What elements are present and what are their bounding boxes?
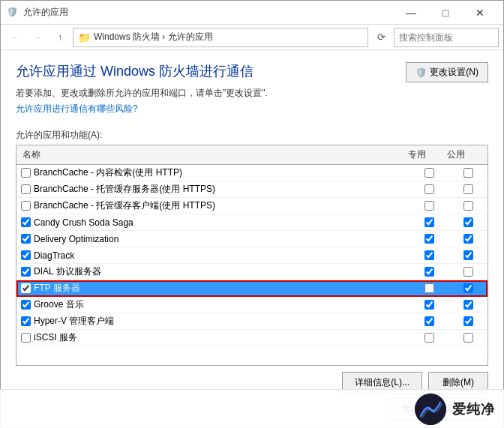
public-checkbox[interactable] <box>464 201 473 211</box>
private-checkbox[interactable] <box>424 300 434 310</box>
public-checkbox[interactable] <box>464 283 473 293</box>
table-row[interactable]: Groove 音乐 <box>16 297 488 313</box>
row-name-checkbox[interactable] <box>21 283 31 293</box>
up-button[interactable]: ↑ <box>50 28 70 47</box>
ftp-server-row[interactable]: FTP 服务器 <box>16 280 488 297</box>
row-name-checkbox[interactable] <box>21 250 31 260</box>
watermark-logo: 爱纯净 <box>415 394 495 425</box>
row-name: Delivery Optimization <box>16 234 410 244</box>
row-name-checkbox[interactable] <box>21 217 31 227</box>
row-name-checkbox[interactable] <box>21 201 31 211</box>
private-cell <box>410 234 448 244</box>
public-checkbox[interactable] <box>464 184 473 194</box>
table-row[interactable]: BranchCache - 托管缓存服务器(使用 HTTPS) <box>16 181 488 198</box>
private-cell <box>410 201 448 211</box>
table-row[interactable]: BranchCache - 托管缓存客户端(使用 HTTPS) <box>16 198 488 214</box>
private-checkbox[interactable] <box>424 250 434 260</box>
table-row[interactable]: DiagTrack <box>16 247 488 264</box>
private-checkbox[interactable] <box>424 184 434 194</box>
row-label: iSCSI 服务 <box>34 331 77 344</box>
row-name-checkbox[interactable] <box>21 333 31 343</box>
row-name: Groove 音乐 <box>16 298 410 311</box>
window-icon: 🛡️ <box>7 7 19 19</box>
maximize-button[interactable]: □ <box>428 1 463 25</box>
settings-icon: 🛡️ <box>416 67 427 78</box>
private-checkbox[interactable] <box>424 283 434 293</box>
table-row[interactable]: Candy Crush Soda Saga <box>16 214 488 231</box>
table-row[interactable]: iSCSI 服务 <box>16 330 488 346</box>
row-label: DIAL 协议服务器 <box>34 265 101 278</box>
public-checkbox[interactable] <box>464 316 473 326</box>
private-checkbox[interactable] <box>424 201 434 211</box>
public-checkbox[interactable] <box>464 168 473 178</box>
public-checkbox[interactable] <box>464 250 473 260</box>
table-row[interactable]: BranchCache - 内容检索(使用 HTTP) <box>16 165 488 181</box>
row-label: BranchCache - 托管缓存服务器(使用 HTTPS) <box>34 183 215 196</box>
col-name-header: 名称 <box>16 148 398 161</box>
private-checkbox[interactable] <box>424 267 434 277</box>
address-bar: ← → ↑ 📁 Windows 防火墙 › 允许的应用 ⟳ 🔍 <box>1 25 503 50</box>
public-cell <box>448 250 488 260</box>
private-checkbox[interactable] <box>424 217 434 227</box>
close-button[interactable]: ✕ <box>463 1 497 25</box>
row-name-checkbox[interactable] <box>21 168 31 178</box>
private-cell <box>410 300 448 310</box>
private-cell <box>410 250 448 260</box>
public-cell <box>448 168 488 178</box>
public-cell <box>448 234 488 244</box>
minimize-button[interactable]: — <box>394 1 428 25</box>
change-settings-button[interactable]: 🛡️ 更改设置(N) <box>406 62 488 82</box>
public-cell <box>448 184 488 194</box>
row-label: Hyper-V 管理客户端 <box>34 315 114 328</box>
back-button[interactable]: ← <box>5 28 25 47</box>
public-checkbox[interactable] <box>464 267 473 277</box>
watermark: 爱纯净 <box>0 389 504 428</box>
main-content: 允许应用通过 Windows 防火墙进行通信 若要添加、更改或删除所允许的应用和… <box>1 50 503 427</box>
row-label: BranchCache - 内容检索(使用 HTTP) <box>34 166 182 179</box>
title-bar: 🛡️ 允许的应用 — □ ✕ <box>1 1 503 25</box>
col-private-header: 专用 <box>398 148 436 161</box>
private-cell <box>410 267 448 277</box>
row-label: BranchCache - 托管缓存客户端(使用 HTTPS) <box>34 199 215 212</box>
public-cell <box>448 333 488 343</box>
row-name-checkbox[interactable] <box>21 300 31 310</box>
watermark-circle <box>415 394 446 425</box>
public-cell <box>448 283 488 293</box>
public-checkbox[interactable] <box>464 234 473 244</box>
row-name-checkbox[interactable] <box>21 234 31 244</box>
row-name: Hyper-V 管理客户端 <box>16 315 410 328</box>
row-name: DIAL 协议服务器 <box>16 265 410 278</box>
row-name-checkbox[interactable] <box>21 316 31 326</box>
row-name: BranchCache - 托管缓存服务器(使用 HTTPS) <box>16 183 410 196</box>
private-checkbox[interactable] <box>424 234 434 244</box>
address-path[interactable]: 📁 Windows 防火墙 › 允许的应用 <box>73 28 368 47</box>
window-title: 允许的应用 <box>23 6 394 19</box>
apps-label: 允许的应用和功能(A): <box>16 129 488 142</box>
apps-table: 名称 专用 公用 BranchCache - 内容检索(使用 HTTP) <box>16 145 488 366</box>
row-label: Candy Crush Soda Saga <box>34 217 134 228</box>
row-label: DiagTrack <box>34 250 74 261</box>
search-box: 🔍 <box>394 28 499 47</box>
private-checkbox[interactable] <box>424 316 434 326</box>
table-row[interactable]: Hyper-V 管理客户端 <box>16 313 488 330</box>
row-name-checkbox[interactable] <box>21 184 31 194</box>
risk-link[interactable]: 允许应用进行通信有哪些风险? <box>16 103 138 115</box>
table-row[interactable]: DIAL 协议服务器 <box>16 264 488 280</box>
row-name: FTP 服务器 <box>16 282 410 295</box>
public-checkbox[interactable] <box>464 333 473 343</box>
private-checkbox[interactable] <box>424 168 434 178</box>
public-cell <box>448 267 488 277</box>
row-name-checkbox[interactable] <box>21 267 31 277</box>
breadcrumb-text: Windows 防火墙 › 允许的应用 <box>94 31 213 43</box>
forward-button[interactable]: → <box>28 28 47 47</box>
search-input[interactable] <box>399 32 504 43</box>
public-cell <box>448 316 488 326</box>
private-checkbox[interactable] <box>424 333 434 343</box>
public-checkbox[interactable] <box>464 300 473 310</box>
refresh-button[interactable]: ⟳ <box>371 28 391 47</box>
public-checkbox[interactable] <box>464 217 473 227</box>
watermark-svg <box>415 394 446 425</box>
row-name: DiagTrack <box>16 250 410 261</box>
row-name: BranchCache - 内容检索(使用 HTTP) <box>16 166 410 179</box>
table-row[interactable]: Delivery Optimization <box>16 231 488 247</box>
